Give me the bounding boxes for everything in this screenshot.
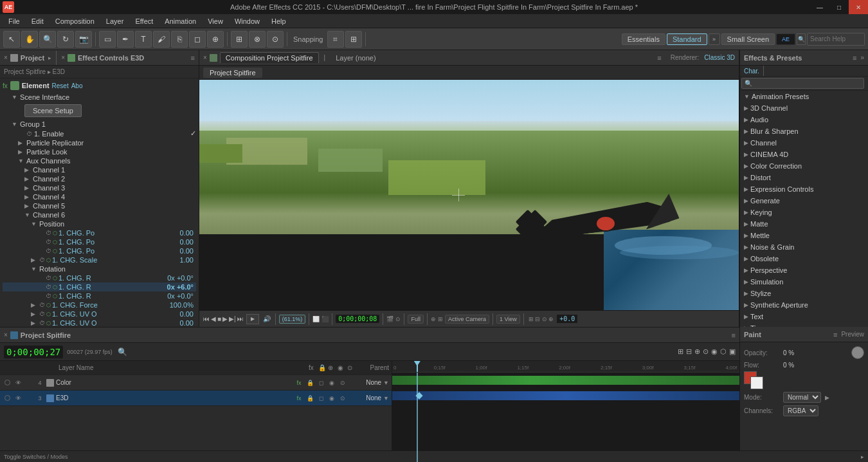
color-track-row[interactable]: 👁 4 Color fx 🔒 ◻ ◉ ⊙ None ▼	[0, 375, 392, 391]
ch6-pos3-val[interactable]: 0.00	[180, 247, 194, 255]
e3d-motion-btn[interactable]: ◉	[327, 395, 336, 402]
effect-category-4[interactable]: ▶Channel	[740, 137, 868, 149]
effect-category-17[interactable]: ▶Stylize	[740, 288, 868, 299]
play-btn[interactable]: ▶	[222, 315, 228, 322]
tl-ctrl7[interactable]: ▣	[729, 347, 736, 356]
e3d-3d-btn[interactable]: ⊙	[338, 395, 347, 402]
ch6-pos3-item[interactable]: ⏱ ⬡ 1. CHG. Po 0.00	[3, 246, 196, 255]
fx-toggle-icon[interactable]: fx	[3, 82, 8, 89]
tl-ctrl3[interactable]: ⊕	[694, 347, 700, 356]
layer-tab[interactable]: Layer (none)	[330, 53, 381, 63]
menu-effect[interactable]: Effect	[130, 16, 158, 26]
effect-category-10[interactable]: ▶Keying	[740, 207, 868, 218]
search-expand[interactable]: 🔍	[797, 33, 806, 45]
menu-file[interactable]: File	[3, 16, 25, 26]
color-3d-btn[interactable]: ⊙	[338, 380, 347, 386]
ch6-pos1-item[interactable]: ⏱ ⬡ 1. CHG. Po 0.00	[3, 228, 196, 237]
e3d-switch-btn[interactable]: ◻	[316, 395, 325, 402]
color-motion-btn[interactable]: ◉	[327, 380, 336, 386]
prev-frame-btn[interactable]: ◀	[211, 315, 216, 322]
essentials-button[interactable]: Essentials	[622, 33, 665, 45]
aux-channels-item[interactable]: ▼ Aux Channels	[3, 156, 196, 165]
force-val[interactable]: 100.0%	[170, 301, 194, 309]
effects-expand[interactable]: »	[860, 54, 864, 61]
panel-menu-icon[interactable]: ≡	[191, 54, 195, 62]
effect-category-7[interactable]: ▶Distort	[740, 172, 868, 183]
viewer-timecode[interactable]: 0;00;00;08	[336, 315, 379, 323]
effect-category-1[interactable]: ▶3D Channel	[740, 102, 868, 114]
color-video-btn[interactable]: 👁	[14, 380, 23, 386]
e3d-video-btn[interactable]: 👁	[14, 395, 23, 402]
composition-tab[interactable]: Composition Composition Project Spitfire…	[220, 52, 319, 63]
effect-category-19[interactable]: ▶Text	[740, 311, 868, 322]
effect-category-14[interactable]: ▶Obsolete	[740, 253, 868, 264]
effect-category-9[interactable]: ▶Generate	[740, 195, 868, 207]
3d-tool[interactable]: ⊙	[267, 31, 284, 48]
first-frame-btn[interactable]: ⏮	[203, 315, 210, 322]
menu-composition[interactable]: Composition	[50, 16, 100, 26]
timeline-timecode[interactable]: 0;00;00;27	[4, 346, 63, 358]
view-layout[interactable]: 1 View	[496, 315, 520, 324]
group1-item[interactable]: ▼ Group 1	[3, 120, 196, 129]
active-comp-tab[interactable]: Project Spitfire	[203, 68, 262, 78]
menu-edit[interactable]: Edit	[26, 16, 49, 26]
timeline-close[interactable]: ×	[4, 331, 8, 338]
color-fx-btn[interactable]: fx	[294, 380, 303, 386]
ch6-scale-val[interactable]: 1.00	[180, 256, 194, 264]
ch6-scale-item[interactable]: ▶ ⏱ ⬡ 1. CHG. Scale 1.00	[3, 255, 196, 264]
comp-canvas[interactable]	[199, 80, 739, 310]
ch6-rot2-val[interactable]: 0x +6.0°	[167, 283, 194, 291]
zoom-tool[interactable]: 🔍	[39, 31, 56, 48]
tl-ctrl6[interactable]: ⬡	[720, 347, 727, 356]
rotation-item[interactable]: ▼ Rotation	[3, 264, 196, 273]
rotate-tool[interactable]: ↻	[57, 31, 74, 48]
effect-category-20[interactable]: ▶Time	[740, 322, 868, 327]
effect-category-3[interactable]: ▶Blur & Sharpen	[740, 125, 868, 137]
mode-select[interactable]: Normal	[783, 392, 821, 403]
color-parent-dropdown[interactable]: ▼	[383, 380, 389, 386]
tl-ctrl4[interactable]: ⊙	[703, 347, 709, 356]
char-tab[interactable]: Char.	[740, 66, 763, 76]
effect-category-16[interactable]: ▶Simulation	[740, 276, 868, 288]
e3d-fx-btn[interactable]: fx	[294, 395, 303, 402]
effect-category-0[interactable]: ▼Animation Presets	[740, 91, 868, 102]
effect-category-8[interactable]: ▶Expression Controls	[740, 183, 868, 195]
effect-category-18[interactable]: ▶Synthetic Aperture	[740, 299, 868, 311]
enable-item[interactable]: ⏱ 1. Enable ✓	[3, 129, 196, 138]
project-panel-close[interactable]: ×	[4, 54, 8, 61]
color-track-name[interactable]: Color	[56, 379, 293, 386]
ch6-pos2-val[interactable]: 0.00	[180, 238, 194, 246]
comp-panel-menu[interactable]: ≡	[657, 54, 661, 62]
menu-window[interactable]: Window	[230, 16, 265, 26]
uvo2-item[interactable]: ▶ ⏱ ⬡ 1. CHG. UV O 0.00	[3, 319, 196, 327]
hand-tool[interactable]: ✋	[21, 31, 38, 48]
mode-expand[interactable]: ▶	[825, 394, 829, 401]
e3d-track-row[interactable]: 👁 3 E3D fx 🔒 ◻ ◉ ⊙ None ▼	[0, 391, 392, 406]
project-tab[interactable]: Project	[21, 54, 44, 62]
tl-ctrl1[interactable]: ⊞	[678, 347, 683, 356]
color-solo-btn[interactable]	[3, 380, 12, 385]
bg-color-swatch[interactable]	[750, 376, 763, 389]
uvo1-item[interactable]: ▶ ⏱ ⬡ 1. CHG. UV O 0.00	[3, 310, 196, 319]
search-input[interactable]	[807, 33, 865, 46]
effect-controls-close[interactable]: ×	[61, 54, 65, 61]
camera-select[interactable]: Active Camera	[445, 315, 489, 324]
menu-layer[interactable]: Layer	[101, 16, 129, 26]
e3d-track-name[interactable]: E3D	[56, 394, 293, 402]
particle-look-item[interactable]: ▶ Particle Look	[3, 147, 196, 156]
effect-category-5[interactable]: ▶CINEMA 4D	[740, 149, 868, 160]
opacity-value[interactable]: 0 %	[783, 349, 847, 356]
channel2-item[interactable]: ▶ Channel 2	[3, 174, 196, 183]
unified-camera-tool[interactable]: 📷	[75, 31, 92, 48]
ram-preview-btn[interactable]: ▶	[246, 314, 259, 324]
uvo2-val[interactable]: 0.00	[180, 319, 194, 327]
zoom-display[interactable]: (61.1%)	[279, 315, 306, 324]
timeline-menu[interactable]: ≡	[732, 331, 736, 339]
search-timeline-btn[interactable]: 🔍	[118, 347, 127, 356]
rectangle-tool[interactable]: ▭	[99, 31, 116, 48]
stop-btn[interactable]: ■	[217, 315, 221, 322]
fx-about-btn[interactable]: Abo	[71, 82, 83, 89]
effects-panel-menu[interactable]: ≡	[853, 54, 856, 62]
ch6-rot2-item[interactable]: ⏱ ⬡ 1. CHG. R 0x +6.0°	[3, 282, 196, 291]
e3d-parent-dropdown[interactable]: ▼	[383, 395, 389, 402]
